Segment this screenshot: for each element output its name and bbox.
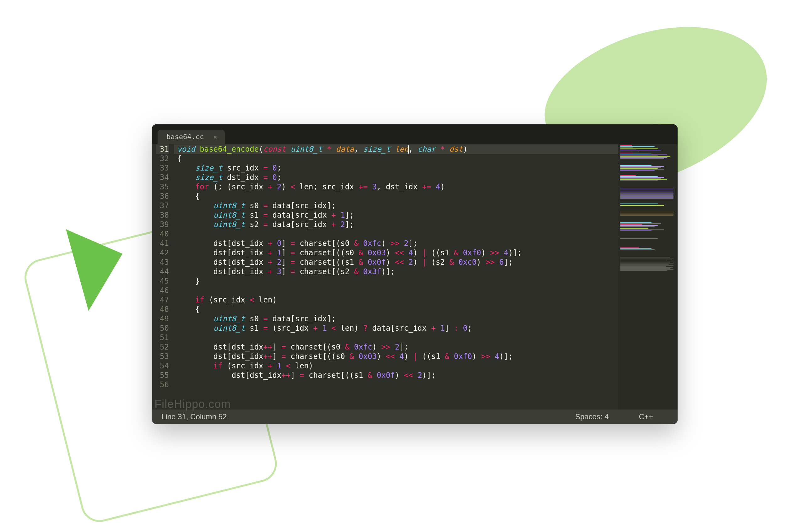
minimap-line	[620, 197, 674, 198]
minimap-line	[620, 213, 674, 214]
minimap-line	[620, 248, 652, 249]
minimap-line	[620, 230, 652, 230]
code-line[interactable]	[174, 380, 618, 390]
editor-window: base64.cc × 3132333435363738394041424344…	[152, 125, 678, 424]
minimap-line	[620, 247, 639, 248]
gutter[interactable]: 3132333435363738394041424344454647484950…	[152, 144, 174, 410]
minimap-line	[620, 264, 669, 265]
minimap-line	[620, 229, 664, 230]
status-position[interactable]: Line 31, Column 52	[161, 412, 227, 421]
code-line[interactable]: uint8_t s1 = data[src_idx + 1];	[174, 210, 618, 220]
gutter-line[interactable]: 37	[156, 201, 169, 210]
minimap[interactable]	[618, 144, 678, 410]
gutter-line[interactable]: 52	[156, 342, 169, 352]
gutter-line[interactable]: 35	[156, 182, 169, 192]
code-line[interactable]: uint8_t s1 = (src_idx + 1 < len) ? data[…	[174, 323, 618, 333]
minimap-line	[620, 268, 670, 269]
code-line[interactable]: void base64_encode(const uint8_t * data,…	[174, 145, 618, 154]
minimap-line	[620, 189, 674, 189]
minimap-line	[620, 258, 674, 259]
code-line[interactable]: dst[dst_idx + 0] = charset[(s0 & 0xfc) >…	[174, 239, 618, 248]
gutter-line[interactable]: 55	[156, 370, 169, 380]
minimap-line	[620, 157, 667, 158]
minimap-line	[620, 204, 658, 204]
gutter-line[interactable]: 50	[156, 323, 169, 333]
code-line[interactable]: {	[174, 192, 618, 201]
code-line[interactable]: {	[174, 305, 618, 314]
code-line[interactable]: if (src_idx + 1 < len)	[174, 361, 618, 370]
minimap-line	[620, 149, 636, 150]
minimap-line	[620, 154, 652, 154]
gutter-line[interactable]: 51	[156, 333, 169, 342]
gutter-line[interactable]: 49	[156, 314, 169, 323]
code-line[interactable]: dst[dst_idx + 2] = charset[((s1 & 0x0f) …	[174, 258, 618, 267]
minimap-line	[620, 260, 674, 260]
minimap-line	[620, 165, 652, 166]
code-line[interactable]: dst[dst_idx++] = charset[((s0 & 0x03) <<…	[174, 352, 618, 361]
code-line[interactable]: dst[dst_idx++] = charset[(s0 & 0xfc) >> …	[174, 342, 618, 352]
status-indent[interactable]: Spaces: 4	[560, 412, 624, 421]
minimap-line	[620, 153, 633, 153]
code-line[interactable]: dst[dst_idx++] = charset[((s1 & 0x0f) <<…	[174, 370, 618, 380]
gutter-line[interactable]: 56	[156, 380, 169, 390]
gutter-line[interactable]: 43	[156, 258, 169, 267]
minimap-line	[620, 180, 658, 180]
tab-bar: base64.cc ×	[152, 125, 678, 144]
gutter-line[interactable]: 41	[156, 239, 169, 248]
status-syntax[interactable]: C++	[624, 412, 668, 421]
tab-file[interactable]: base64.cc ×	[158, 130, 225, 144]
minimap-line	[620, 228, 649, 229]
gutter-line[interactable]: 36	[156, 192, 169, 201]
gutter-line[interactable]: 38	[156, 210, 169, 220]
minimap-line	[620, 176, 658, 177]
gutter-line[interactable]: 47	[156, 295, 169, 305]
gutter-line[interactable]: 33	[156, 163, 169, 173]
minimap-line	[620, 259, 672, 260]
gutter-line[interactable]: 42	[156, 248, 169, 258]
minimap-line	[620, 168, 658, 169]
code-line[interactable]: if (src_idx < len)	[174, 295, 618, 305]
gutter-line[interactable]: 31	[156, 145, 169, 154]
minimap-line	[620, 192, 674, 192]
code-line[interactable]: dst[dst_idx + 1] = charset[((s0 & 0x03) …	[174, 248, 618, 258]
gutter-line[interactable]: 32	[156, 154, 169, 163]
code-line[interactable]: }	[174, 277, 618, 286]
gutter-line[interactable]: 46	[156, 286, 169, 295]
code-line[interactable]: uint8_t s2 = data[src_idx + 2];	[174, 220, 618, 229]
code-line[interactable]: uint8_t s0 = data[src_idx];	[174, 314, 618, 323]
minimap-line	[620, 263, 670, 263]
minimap-line	[620, 213, 674, 213]
gutter-line[interactable]: 40	[156, 229, 169, 239]
code-text[interactable]: void base64_encode(const uint8_t * data,…	[174, 144, 618, 410]
gutter-line[interactable]: 34	[156, 173, 169, 182]
code-line[interactable]	[174, 333, 618, 342]
code-line[interactable]: size_t dst_idx = 0;	[174, 173, 618, 182]
code-line[interactable]: {	[174, 154, 618, 163]
minimap-line	[620, 146, 655, 147]
minimap-line	[620, 225, 658, 226]
minimap-line	[620, 167, 661, 168]
minimap-line	[620, 170, 655, 171]
minimap-line	[620, 177, 664, 178]
minimap-line	[620, 155, 658, 156]
gutter-line[interactable]: 39	[156, 220, 169, 229]
code-area[interactable]: 3132333435363738394041424344454647484950…	[152, 144, 618, 410]
minimap-line	[620, 270, 667, 271]
gutter-line[interactable]: 53	[156, 352, 169, 361]
minimap-line	[620, 178, 661, 179]
code-line[interactable]: dst[dst_idx + 3] = charset[(s2 & 0x3f)];	[174, 267, 618, 277]
close-icon[interactable]: ×	[213, 133, 217, 140]
minimap-line	[620, 179, 667, 179]
code-line[interactable]: uint8_t s0 = data[src_idx];	[174, 201, 618, 210]
gutter-line[interactable]: 54	[156, 361, 169, 370]
minimap-line	[620, 205, 664, 206]
gutter-line[interactable]: 48	[156, 305, 169, 314]
code-line[interactable]: for (; (src_idx + 2) < len; src_idx += 3…	[174, 182, 618, 192]
code-line[interactable]	[174, 229, 618, 239]
gutter-line[interactable]: 45	[156, 277, 169, 286]
code-line[interactable]: size_t src_idx = 0;	[174, 163, 618, 173]
minimap-line	[620, 166, 664, 167]
code-line[interactable]	[174, 286, 618, 295]
minimap-line	[620, 265, 674, 266]
gutter-line[interactable]: 44	[156, 267, 169, 277]
